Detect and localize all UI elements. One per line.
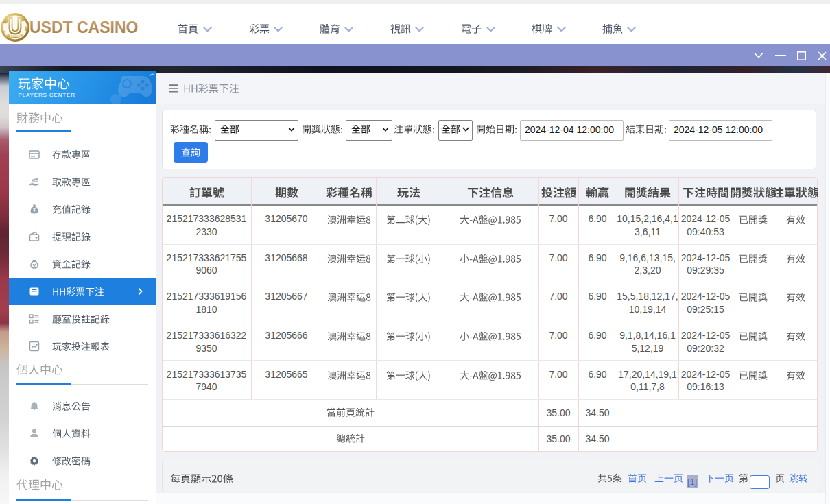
svg-text:CASINO: CASINO xyxy=(9,34,21,38)
svg-text:USDT CASINO: USDT CASINO xyxy=(29,19,138,36)
